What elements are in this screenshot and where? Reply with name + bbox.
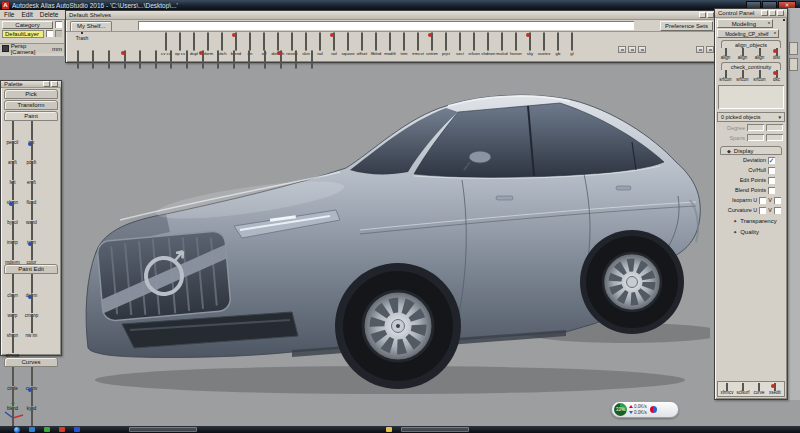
degree-field-v[interactable]	[766, 124, 783, 131]
shelf-option-icon[interactable]	[696, 46, 704, 53]
shelf-tool-button[interactable]: mulcd	[495, 33, 509, 56]
display-option-checkbox[interactable]	[768, 187, 775, 194]
check-continuity-group-header[interactable]: check_continuity	[721, 62, 781, 70]
taskbar-folder-icon[interactable]	[386, 427, 392, 432]
cp-tool-button[interactable]: srfcon	[752, 71, 768, 82]
palette-tool-button[interactable]: kybd	[22, 388, 41, 408]
palette-tab-transform[interactable]: Transform	[4, 100, 58, 110]
taskbar-open-window[interactable]	[401, 427, 469, 432]
shelf-tool-button[interactable]: untrim	[425, 33, 439, 56]
shelves-restore-button[interactable]	[707, 12, 714, 18]
shelf-tool-button[interactable]	[226, 51, 242, 69]
palette-tool-button[interactable]: shrpn	[3, 182, 22, 202]
cp-tool-button[interactable]: xsedit	[767, 384, 783, 395]
start-button[interactable]	[14, 427, 20, 433]
shelf-tool-button[interactable]	[273, 51, 289, 69]
palette-tool-button[interactable]: flood	[22, 182, 41, 202]
shelf-tool-button[interactable]: square	[341, 33, 355, 56]
palette-tool-button[interactable]: cmanp	[22, 295, 41, 315]
palette-button[interactable]	[43, 81, 50, 87]
current-layer-field[interactable]: DefaultLayer	[2, 30, 44, 38]
palette-tool-button[interactable]: pencil	[3, 122, 22, 142]
dual-option-checkbox-v[interactable]	[774, 207, 781, 214]
palette-tool-button[interactable]: shrpn	[3, 315, 22, 335]
preset-dropdown[interactable]: Modeling *	[717, 19, 773, 28]
palette-tab-paint-edit[interactable]: Paint Edit	[4, 264, 58, 274]
palette-tab-curves[interactable]: Curves	[4, 357, 58, 367]
shelf-tool-button[interactable]	[148, 51, 164, 69]
shelf-tool-button[interactable]: gl	[565, 33, 579, 56]
net-speed-overlay[interactable]: 31% 0.0K/s 0.0K/s	[611, 401, 679, 418]
menu-file[interactable]: File	[4, 11, 14, 18]
shelf-option-icon[interactable]	[638, 46, 646, 53]
cp-tool-button[interactable]: curve	[751, 384, 767, 395]
palette-tool-button[interactable]: bysol	[3, 202, 22, 222]
palette-tool-button[interactable]: color	[22, 242, 41, 262]
palette-tab-paint[interactable]: Paint	[4, 111, 58, 121]
shelf-tool-button[interactable]	[257, 51, 273, 69]
display-option-checkbox[interactable]	[768, 177, 775, 184]
palette-tool-button[interactable]: blend	[3, 388, 22, 408]
cp-tool-button[interactable]: sclsurf	[735, 384, 751, 395]
shelf-tool-button[interactable]	[195, 51, 211, 69]
cp-tool-button[interactable]: srfcon	[718, 71, 734, 82]
palette-tool-button[interactable]: arsft	[3, 142, 22, 162]
palette-tool-button[interactable]: txtrn	[22, 222, 41, 242]
palette-tool-button[interactable]: ersft	[22, 162, 41, 182]
lightbulb-toggle-icon[interactable]	[618, 46, 626, 53]
shelf-tool-button[interactable]	[179, 51, 195, 69]
palette-tool-button[interactable]: clayn	[3, 275, 22, 295]
palette-titlebar[interactable]: Palette	[1, 81, 61, 88]
viewport-3d-car-model[interactable]	[60, 80, 710, 405]
display-option-checkbox[interactable]: ✓	[768, 157, 775, 164]
control-panel-button[interactable]	[769, 10, 776, 16]
palette-tool-button[interactable]: pdsft	[22, 142, 41, 162]
palette-tool-button[interactable]: text...	[22, 408, 41, 428]
shelf-tool-button[interactable]: shdnon	[481, 33, 495, 56]
palette-tab-pick[interactable]: Pick	[4, 89, 58, 99]
shelf-tool-button[interactable]: usetex	[537, 33, 551, 56]
shelf-tool-button[interactable]: horver	[509, 33, 523, 56]
shelf-tool-button[interactable]: rail	[327, 33, 341, 56]
palette-tool-button[interactable]: circle	[3, 368, 22, 388]
degree-field-u[interactable]	[747, 124, 764, 131]
control-panel-button[interactable]	[777, 10, 784, 16]
collapsed-section-header[interactable]: ✦ Transparency	[715, 215, 787, 226]
shelf-tool-button[interactable]: modift	[383, 33, 397, 56]
cp-tool-button[interactable]: dist	[769, 49, 785, 60]
palette-tool-button[interactable]: nw cos	[3, 408, 22, 428]
palette-tool-button[interactable]: ink	[22, 122, 41, 142]
align-objects-group-header[interactable]: align_objects	[721, 40, 781, 48]
layer-extra-box[interactable]	[55, 30, 62, 37]
shelf-tool-button[interactable]: srfcon	[467, 33, 481, 56]
palette-tool-button[interactable]: airmop	[3, 335, 22, 355]
shelf-tool-button[interactable]: gb	[551, 33, 565, 56]
shelf-tool-button[interactable]: trmcvt	[411, 33, 425, 56]
layer-checkbox[interactable]	[46, 30, 53, 37]
shelf-tool-button[interactable]: sect	[453, 33, 467, 56]
tab-my-shelf[interactable]: My Shelf...	[70, 21, 112, 31]
shelves-minimize-button[interactable]	[699, 12, 706, 18]
shelf-option-icon[interactable]	[628, 46, 636, 53]
viewport-title-bar[interactable]: Persp [Camera] mm	[0, 43, 64, 53]
shelf-tool-button[interactable]	[288, 51, 304, 69]
spans-field-u[interactable]	[747, 134, 764, 141]
spans-field-v[interactable]	[766, 134, 783, 141]
shelves-window-titlebar[interactable]: Default Shelves	[66, 11, 717, 20]
cp-tool-button[interactable]: align	[752, 49, 768, 60]
shelf-tool-button[interactable]	[86, 51, 102, 69]
dock-grip[interactable]	[789, 42, 798, 55]
taskbar-open-window[interactable]	[129, 427, 197, 432]
cp-tool-button[interactable]: xfrmcv	[719, 384, 735, 395]
palette-tool-button[interactable]: cv crv	[22, 368, 41, 388]
dual-option-checkbox-u[interactable]	[759, 207, 766, 214]
cp-shelf-dropdown[interactable]: Modeling_CP_shelf *	[717, 29, 779, 38]
control-panel-button[interactable]	[761, 10, 768, 16]
cp-tool-button[interactable]: srfcon	[735, 71, 751, 82]
shelf-tool-button[interactable]	[101, 51, 117, 69]
shelf-tool-button[interactable]	[164, 51, 180, 69]
category-option-box[interactable]	[55, 21, 62, 28]
shelf-tool-button[interactable]: trim	[397, 33, 411, 56]
shelf-tool-button[interactable]	[117, 51, 133, 69]
shelf-tool-button[interactable]	[210, 51, 226, 69]
